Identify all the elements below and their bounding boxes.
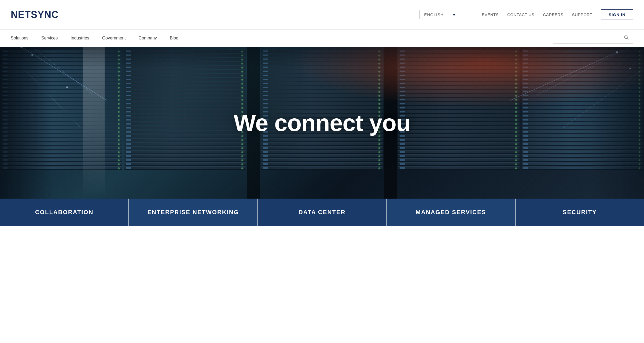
tile-managed-services[interactable]: MANAGED SERVICES bbox=[387, 199, 515, 226]
language-label: ENGLISH bbox=[424, 12, 444, 17]
search-icon[interactable] bbox=[624, 35, 629, 41]
nav-industries[interactable]: Industries bbox=[71, 36, 89, 41]
sign-in-button[interactable]: SIGN IN bbox=[601, 9, 633, 20]
hero-overlay-left bbox=[0, 47, 54, 199]
tile-data-center-label: DATA CENTER bbox=[299, 209, 346, 216]
rack-col-4 bbox=[397, 47, 521, 199]
nav-company[interactable]: Company bbox=[139, 36, 157, 41]
nav-services[interactable]: Services bbox=[41, 36, 58, 41]
search-box[interactable] bbox=[553, 33, 633, 44]
top-right-nav: ENGLISH ▼ EVENTS CONTACT US CAREERS SUPP… bbox=[419, 9, 633, 20]
tile-collaboration-label: COLLABORATION bbox=[35, 209, 93, 216]
nav-links: Solutions Services Industries Government… bbox=[11, 36, 553, 41]
search-input[interactable] bbox=[557, 36, 624, 41]
support-link[interactable]: SUPPORT bbox=[572, 12, 592, 17]
rack-col-2 bbox=[123, 47, 247, 199]
chevron-down-icon: ▼ bbox=[452, 13, 469, 17]
tile-enterprise-networking-label: ENTERPRISE NETWORKING bbox=[147, 209, 239, 216]
hero-headline: We connect you bbox=[234, 109, 410, 137]
contact-us-link[interactable]: CONTACT US bbox=[507, 12, 534, 17]
top-bar: NETSYNC ENGLISH ▼ EVENTS CONTACT US CARE… bbox=[0, 0, 644, 30]
logo[interactable]: NETSYNC bbox=[11, 9, 59, 20]
tile-enterprise-networking[interactable]: ENTERPRISE NETWORKING bbox=[129, 199, 257, 226]
hero-overlay-top bbox=[0, 47, 644, 68]
hero-overlay-right bbox=[590, 47, 644, 199]
nav-bar: Solutions Services Industries Government… bbox=[0, 30, 644, 47]
bottom-tiles: COLLABORATION ENTERPRISE NETWORKING DATA… bbox=[0, 199, 644, 226]
tile-managed-services-label: MANAGED SERVICES bbox=[416, 209, 486, 216]
tile-security[interactable]: SECURITY bbox=[516, 199, 644, 226]
nav-solutions[interactable]: Solutions bbox=[11, 36, 28, 41]
events-link[interactable]: EVENTS bbox=[482, 12, 499, 17]
language-selector[interactable]: ENGLISH ▼ bbox=[419, 10, 473, 19]
nav-government[interactable]: Government bbox=[102, 36, 126, 41]
tile-data-center[interactable]: DATA CENTER bbox=[258, 199, 386, 226]
hero-section: We connect you bbox=[0, 47, 644, 199]
nav-blog[interactable]: Blog bbox=[170, 36, 178, 41]
svg-line-1 bbox=[627, 38, 628, 39]
tile-security-label: SECURITY bbox=[563, 209, 597, 216]
careers-link[interactable]: CAREERS bbox=[543, 12, 563, 17]
tile-collaboration[interactable]: COLLABORATION bbox=[0, 199, 128, 226]
